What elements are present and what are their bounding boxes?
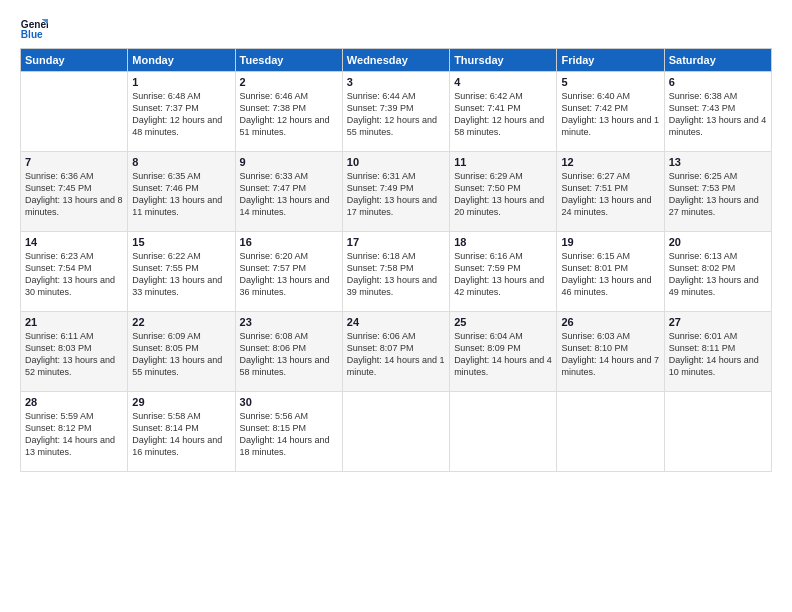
day-cell: 2Sunrise: 6:46 AM Sunset: 7:38 PM Daylig… (235, 72, 342, 152)
day-cell: 21Sunrise: 6:11 AM Sunset: 8:03 PM Dayli… (21, 312, 128, 392)
day-detail: Sunrise: 6:16 AM Sunset: 7:59 PM Dayligh… (454, 250, 552, 299)
day-cell: 9Sunrise: 6:33 AM Sunset: 7:47 PM Daylig… (235, 152, 342, 232)
header-row: General Blue (20, 16, 772, 44)
day-number: 29 (132, 396, 230, 408)
day-detail: Sunrise: 6:09 AM Sunset: 8:05 PM Dayligh… (132, 330, 230, 379)
day-number: 6 (669, 76, 767, 88)
day-number: 1 (132, 76, 230, 88)
day-detail: Sunrise: 6:42 AM Sunset: 7:41 PM Dayligh… (454, 90, 552, 139)
day-detail: Sunrise: 6:33 AM Sunset: 7:47 PM Dayligh… (240, 170, 338, 219)
day-cell: 23Sunrise: 6:08 AM Sunset: 8:06 PM Dayli… (235, 312, 342, 392)
day-cell: 16Sunrise: 6:20 AM Sunset: 7:57 PM Dayli… (235, 232, 342, 312)
day-detail: Sunrise: 6:27 AM Sunset: 7:51 PM Dayligh… (561, 170, 659, 219)
main-container: General Blue SundayMondayTuesdayWednesda… (0, 0, 792, 482)
day-detail: Sunrise: 6:40 AM Sunset: 7:42 PM Dayligh… (561, 90, 659, 139)
day-cell: 28Sunrise: 5:59 AM Sunset: 8:12 PM Dayli… (21, 392, 128, 472)
day-cell: 26Sunrise: 6:03 AM Sunset: 8:10 PM Dayli… (557, 312, 664, 392)
day-cell: 29Sunrise: 5:58 AM Sunset: 8:14 PM Dayli… (128, 392, 235, 472)
logo-icon: General Blue (20, 16, 48, 44)
day-detail: Sunrise: 6:03 AM Sunset: 8:10 PM Dayligh… (561, 330, 659, 379)
day-detail: Sunrise: 6:06 AM Sunset: 8:07 PM Dayligh… (347, 330, 445, 379)
day-number: 15 (132, 236, 230, 248)
day-number: 18 (454, 236, 552, 248)
day-detail: Sunrise: 6:44 AM Sunset: 7:39 PM Dayligh… (347, 90, 445, 139)
week-row-2: 7Sunrise: 6:36 AM Sunset: 7:45 PM Daylig… (21, 152, 772, 232)
day-number: 28 (25, 396, 123, 408)
calendar-table: SundayMondayTuesdayWednesdayThursdayFrid… (20, 48, 772, 472)
day-number: 8 (132, 156, 230, 168)
day-detail: Sunrise: 6:15 AM Sunset: 8:01 PM Dayligh… (561, 250, 659, 299)
day-cell: 27Sunrise: 6:01 AM Sunset: 8:11 PM Dayli… (664, 312, 771, 392)
week-row-5: 28Sunrise: 5:59 AM Sunset: 8:12 PM Dayli… (21, 392, 772, 472)
week-row-3: 14Sunrise: 6:23 AM Sunset: 7:54 PM Dayli… (21, 232, 772, 312)
day-detail: Sunrise: 6:46 AM Sunset: 7:38 PM Dayligh… (240, 90, 338, 139)
day-number: 20 (669, 236, 767, 248)
day-detail: Sunrise: 6:36 AM Sunset: 7:45 PM Dayligh… (25, 170, 123, 219)
day-number: 27 (669, 316, 767, 328)
day-number: 14 (25, 236, 123, 248)
day-number: 30 (240, 396, 338, 408)
day-number: 9 (240, 156, 338, 168)
day-detail: Sunrise: 6:13 AM Sunset: 8:02 PM Dayligh… (669, 250, 767, 299)
logo: General Blue (20, 16, 52, 44)
day-detail: Sunrise: 6:23 AM Sunset: 7:54 PM Dayligh… (25, 250, 123, 299)
day-detail: Sunrise: 6:08 AM Sunset: 8:06 PM Dayligh… (240, 330, 338, 379)
day-detail: Sunrise: 6:35 AM Sunset: 7:46 PM Dayligh… (132, 170, 230, 219)
day-number: 10 (347, 156, 445, 168)
day-cell: 1Sunrise: 6:48 AM Sunset: 7:37 PM Daylig… (128, 72, 235, 152)
day-detail: Sunrise: 6:22 AM Sunset: 7:55 PM Dayligh… (132, 250, 230, 299)
day-cell: 24Sunrise: 6:06 AM Sunset: 8:07 PM Dayli… (342, 312, 449, 392)
day-detail: Sunrise: 6:04 AM Sunset: 8:09 PM Dayligh… (454, 330, 552, 379)
day-detail: Sunrise: 6:25 AM Sunset: 7:53 PM Dayligh… (669, 170, 767, 219)
day-number: 23 (240, 316, 338, 328)
day-detail: Sunrise: 5:56 AM Sunset: 8:15 PM Dayligh… (240, 410, 338, 459)
day-detail: Sunrise: 5:59 AM Sunset: 8:12 PM Dayligh… (25, 410, 123, 459)
day-number: 3 (347, 76, 445, 88)
day-number: 12 (561, 156, 659, 168)
day-cell (450, 392, 557, 472)
header-monday: Monday (128, 49, 235, 72)
day-number: 26 (561, 316, 659, 328)
day-cell (664, 392, 771, 472)
day-detail: Sunrise: 6:31 AM Sunset: 7:49 PM Dayligh… (347, 170, 445, 219)
header-saturday: Saturday (664, 49, 771, 72)
day-cell: 7Sunrise: 6:36 AM Sunset: 7:45 PM Daylig… (21, 152, 128, 232)
day-number: 25 (454, 316, 552, 328)
day-number: 19 (561, 236, 659, 248)
day-detail: Sunrise: 6:38 AM Sunset: 7:43 PM Dayligh… (669, 90, 767, 139)
day-cell: 25Sunrise: 6:04 AM Sunset: 8:09 PM Dayli… (450, 312, 557, 392)
day-cell: 11Sunrise: 6:29 AM Sunset: 7:50 PM Dayli… (450, 152, 557, 232)
svg-text:Blue: Blue (21, 29, 43, 40)
header-thursday: Thursday (450, 49, 557, 72)
day-number: 5 (561, 76, 659, 88)
day-cell: 12Sunrise: 6:27 AM Sunset: 7:51 PM Dayli… (557, 152, 664, 232)
day-cell: 4Sunrise: 6:42 AM Sunset: 7:41 PM Daylig… (450, 72, 557, 152)
day-detail: Sunrise: 6:29 AM Sunset: 7:50 PM Dayligh… (454, 170, 552, 219)
header-tuesday: Tuesday (235, 49, 342, 72)
day-detail: Sunrise: 6:11 AM Sunset: 8:03 PM Dayligh… (25, 330, 123, 379)
day-number: 4 (454, 76, 552, 88)
day-detail: Sunrise: 5:58 AM Sunset: 8:14 PM Dayligh… (132, 410, 230, 459)
header-row-table: SundayMondayTuesdayWednesdayThursdayFrid… (21, 49, 772, 72)
day-cell: 3Sunrise: 6:44 AM Sunset: 7:39 PM Daylig… (342, 72, 449, 152)
day-number: 24 (347, 316, 445, 328)
day-number: 2 (240, 76, 338, 88)
day-cell: 8Sunrise: 6:35 AM Sunset: 7:46 PM Daylig… (128, 152, 235, 232)
day-cell: 13Sunrise: 6:25 AM Sunset: 7:53 PM Dayli… (664, 152, 771, 232)
day-cell (342, 392, 449, 472)
day-cell: 19Sunrise: 6:15 AM Sunset: 8:01 PM Dayli… (557, 232, 664, 312)
day-number: 22 (132, 316, 230, 328)
day-cell: 20Sunrise: 6:13 AM Sunset: 8:02 PM Dayli… (664, 232, 771, 312)
header-sunday: Sunday (21, 49, 128, 72)
day-cell: 30Sunrise: 5:56 AM Sunset: 8:15 PM Dayli… (235, 392, 342, 472)
day-number: 17 (347, 236, 445, 248)
day-cell: 15Sunrise: 6:22 AM Sunset: 7:55 PM Dayli… (128, 232, 235, 312)
day-number: 11 (454, 156, 552, 168)
day-cell: 18Sunrise: 6:16 AM Sunset: 7:59 PM Dayli… (450, 232, 557, 312)
week-row-4: 21Sunrise: 6:11 AM Sunset: 8:03 PM Dayli… (21, 312, 772, 392)
header-wednesday: Wednesday (342, 49, 449, 72)
day-cell: 14Sunrise: 6:23 AM Sunset: 7:54 PM Dayli… (21, 232, 128, 312)
week-row-1: 1Sunrise: 6:48 AM Sunset: 7:37 PM Daylig… (21, 72, 772, 152)
day-detail: Sunrise: 6:20 AM Sunset: 7:57 PM Dayligh… (240, 250, 338, 299)
day-detail: Sunrise: 6:18 AM Sunset: 7:58 PM Dayligh… (347, 250, 445, 299)
